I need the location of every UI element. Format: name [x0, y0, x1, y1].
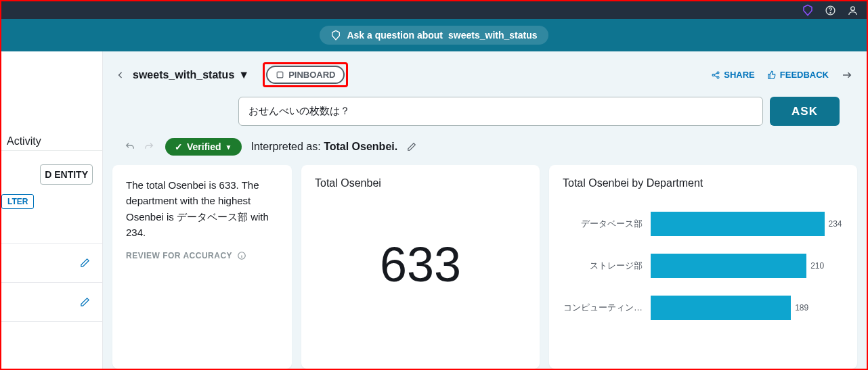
- bar-track: 210: [651, 252, 844, 279]
- app-titlebar: [1, 1, 867, 19]
- bar-row: ストレージ部210: [563, 245, 844, 287]
- total-card-title: Total Osenbei: [315, 177, 526, 189]
- breadcrumb-label: sweets_with_status: [133, 69, 234, 81]
- svg-marker-4: [332, 30, 340, 39]
- bar-row: データベース部234: [563, 203, 844, 245]
- undo-icon[interactable]: [123, 141, 137, 152]
- bar-category-label: コンピューティン…: [563, 302, 643, 314]
- ask-row: ASK: [103, 94, 867, 133]
- bar-fill[interactable]: [651, 296, 791, 320]
- svg-rect-5: [277, 72, 283, 78]
- filter-button-partial[interactable]: LTER: [1, 194, 34, 209]
- user-icon[interactable]: [847, 5, 859, 16]
- interp-prefix: Interpreted as:: [251, 141, 324, 152]
- pin-icon: [276, 70, 284, 79]
- thumbs-up-icon: [767, 70, 777, 80]
- content-pane: sweets_with_status ▼ PINBOARD SHARE: [103, 51, 867, 369]
- narrative-card: The total Osenbei is 633. The department…: [112, 165, 292, 369]
- sidebar-activity-heading: Activity: [1, 133, 102, 151]
- ask-topic: sweets_with_status: [448, 30, 538, 41]
- pencil-icon: [80, 297, 90, 307]
- breadcrumb[interactable]: sweets_with_status ▼: [133, 69, 249, 81]
- verified-label: Verified: [187, 141, 221, 152]
- header-actions: SHARE FEEDBACK: [711, 69, 853, 81]
- bar-track: 189: [651, 294, 844, 321]
- caret-down-icon: ▼: [238, 69, 249, 81]
- edit-interpretation-icon[interactable]: [407, 142, 416, 152]
- feedback-button[interactable]: FEEDBACK: [767, 70, 829, 80]
- chart-card-title: Total Osenbei by Department: [563, 177, 844, 189]
- pinboard-button[interactable]: PINBOARD: [266, 66, 345, 84]
- interpretation-row: ✓ Verified ▼ Interpreted as: Total Osenb…: [103, 133, 867, 165]
- collapse-icon[interactable]: [841, 69, 853, 81]
- cards-row: The total Osenbei is 633. The department…: [103, 165, 867, 369]
- review-label: REVIEW FOR ACCURACY: [126, 251, 232, 260]
- page-header: sweets_with_status ▼ PINBOARD SHARE: [103, 51, 867, 94]
- caret-down-icon: ▼: [225, 143, 232, 151]
- check-icon: ✓: [175, 141, 183, 152]
- bar-row: コンピューティン…189: [563, 287, 844, 329]
- share-icon: [711, 70, 720, 80]
- total-card: Total Osenbei 633: [301, 165, 540, 369]
- bar-category-label: ストレージ部: [563, 260, 643, 272]
- bar-category-label: データベース部: [563, 218, 643, 230]
- help-icon[interactable]: [825, 5, 836, 16]
- redo-icon[interactable]: [142, 141, 156, 152]
- question-input[interactable]: [238, 97, 763, 126]
- ask-about-pill[interactable]: Ask a question about sweets_with_status: [320, 26, 548, 45]
- share-label: SHARE: [724, 70, 755, 80]
- q-icon: [330, 30, 341, 41]
- sidebar-row-2[interactable]: [1, 283, 102, 322]
- main-area: Activity D ENTITY LTER sweets_with_statu…: [1, 51, 867, 369]
- svg-marker-0: [804, 5, 812, 16]
- bar-track: 234: [651, 210, 844, 237]
- ask-button[interactable]: ASK: [770, 97, 840, 126]
- chart-card: Total Osenbei by Department データベース部234スト…: [549, 165, 857, 369]
- narrative-text: The total Osenbei is 633. The department…: [126, 177, 278, 240]
- ask-prefix: Ask a question about: [347, 30, 443, 41]
- bar-fill[interactable]: [651, 212, 825, 236]
- bar-value-label: 210: [810, 261, 824, 271]
- bar-value-label: 189: [795, 303, 808, 313]
- left-sidebar: Activity D ENTITY LTER: [1, 51, 103, 369]
- total-value: 633: [315, 237, 526, 292]
- review-accuracy-link[interactable]: REVIEW FOR ACCURACY: [126, 251, 278, 260]
- info-icon: [237, 251, 246, 260]
- quicksight-logo-icon[interactable]: [802, 4, 814, 16]
- pencil-icon: [80, 258, 90, 268]
- add-entity-button-partial[interactable]: D ENTITY: [40, 164, 93, 185]
- undo-redo-group: [123, 141, 156, 152]
- back-chevron-icon[interactable]: [116, 69, 125, 81]
- share-button[interactable]: SHARE: [711, 70, 755, 80]
- sidebar-row-1[interactable]: [1, 244, 102, 283]
- ask-banner: Ask a question about sweets_with_status: [1, 19, 867, 51]
- pinboard-label: PINBOARD: [288, 70, 335, 80]
- feedback-label: FEEDBACK: [780, 70, 829, 80]
- bar-chart: データベース部234ストレージ部210コンピューティン…189: [563, 203, 844, 329]
- interpretation-text: Interpreted as: Total Osenbei.: [251, 141, 398, 153]
- bar-value-label: 234: [829, 219, 842, 229]
- bar-fill[interactable]: [651, 254, 806, 278]
- verified-badge[interactable]: ✓ Verified ▼: [165, 138, 242, 156]
- svg-point-3: [851, 6, 855, 10]
- pinboard-highlight: PINBOARD: [263, 62, 348, 87]
- svg-point-2: [830, 12, 831, 13]
- interp-value: Total Osenbei.: [324, 141, 397, 152]
